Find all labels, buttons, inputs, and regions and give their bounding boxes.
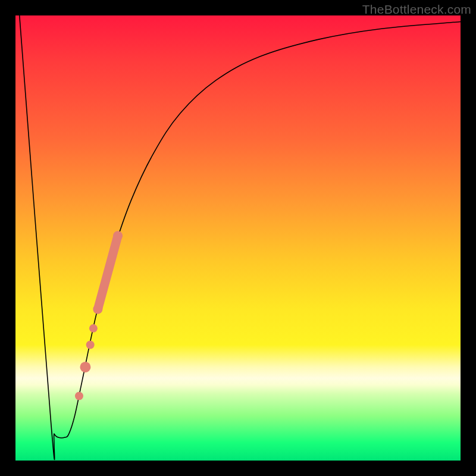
curve-layer <box>20 15 461 460</box>
bottleneck-curve <box>20 15 461 460</box>
marker-dot-2 <box>80 362 90 372</box>
chart-plot-area <box>15 15 461 461</box>
marker-dot-3 <box>86 341 95 349</box>
watermark-text: TheBottleneck.com <box>362 2 471 17</box>
marker-dot-4 <box>89 324 98 333</box>
chart-frame: TheBottleneck.com <box>0 0 476 476</box>
highlight-segment <box>98 236 118 309</box>
marker-dot-5-seg-start <box>93 305 102 314</box>
marker-dot-6-seg-end <box>113 231 123 240</box>
chart-svg <box>15 15 461 461</box>
marker-dot-1 <box>75 392 83 400</box>
